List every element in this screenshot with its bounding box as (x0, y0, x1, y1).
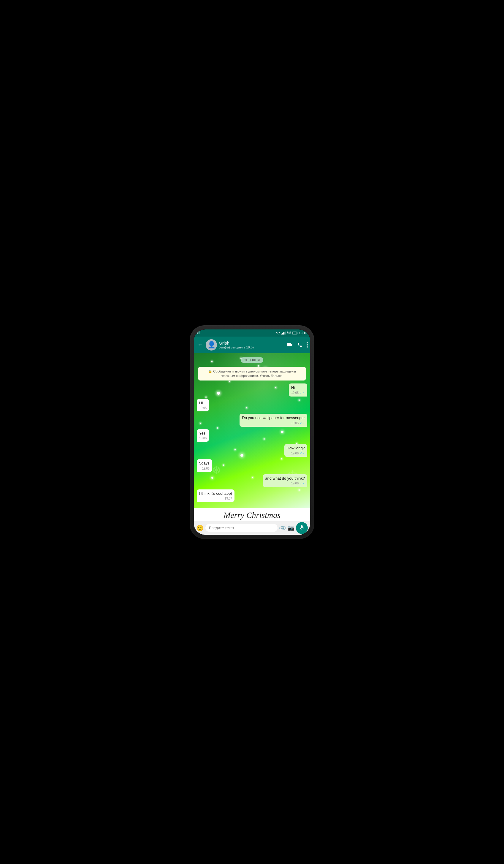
date-badge: СЕГОДНЯ (241, 357, 263, 363)
message-time: 19:06 (291, 452, 299, 456)
read-ticks: ✓✓ (300, 481, 305, 486)
message-row: I think it's cool app) 19:07 (197, 490, 307, 502)
input-area-wrapper: Merry Christmas 🙂 📎 📷 (194, 508, 310, 535)
encryption-text: 🔒 Сообщения и звонки в данном чате тепер… (208, 370, 296, 377)
app-screen: 🖼 (194, 329, 310, 535)
message-bubble-sent: and what do you think? 19:06 ✓✓ (263, 474, 307, 487)
message-row: and what do you think? 19:06 ✓✓ (197, 474, 307, 487)
message-text: Do you use wallpaper for messenger (242, 416, 305, 420)
chat-area: ❄ ❄ СЕГОДНЯ 🔒 Сообщения и звонки в данно… (194, 353, 310, 508)
message-row: Hi 19:05 ✓✓ (197, 383, 307, 397)
message-text: 5days (199, 461, 209, 465)
read-ticks: ✓✓ (300, 391, 305, 395)
svg-rect-7 (293, 332, 293, 334)
attach-button[interactable]: 📎 (278, 523, 287, 532)
message-row: How long? 19:06 ✓✓ (197, 444, 307, 457)
chat-messages: СЕГОДНЯ 🔒 Сообщения и звонки в данном ча… (194, 353, 310, 505)
avatar-icon: 👤 (207, 341, 216, 349)
status-time: 19:10 (299, 331, 307, 335)
message-time: 19:05 (291, 391, 299, 395)
message-bubble-sent: Do you use wallpaper for messenger 19:05… (240, 414, 307, 427)
chat-header: ← 👤 Grish был(-а) сегодня в 19:07 (194, 337, 310, 353)
message-input[interactable] (205, 524, 277, 532)
signal-icon (281, 332, 286, 335)
svg-rect-4 (285, 332, 286, 335)
message-text: Hi (291, 385, 295, 390)
bubble-meta: 19:06 (199, 467, 209, 471)
svg-point-10 (307, 344, 308, 346)
message-bubble-received: Yes 19:06 (197, 429, 209, 442)
message-text: How long? (287, 446, 305, 450)
svg-rect-6 (297, 333, 297, 333)
date-separator: СЕГОДНЯ (196, 357, 308, 363)
mic-icon (300, 525, 304, 531)
bubble-meta: 19:06 (199, 436, 207, 441)
svg-rect-0 (281, 334, 282, 335)
message-time: 19:06 (199, 436, 207, 441)
bubble-meta: 19:06 ✓✓ (265, 481, 305, 486)
svg-rect-8 (287, 343, 291, 346)
svg-point-11 (307, 346, 308, 348)
status-bar-left: 🖼 (197, 331, 200, 335)
phone-device: 🖼 (190, 325, 314, 539)
read-ticks: ✓✓ (300, 421, 305, 425)
contact-status: был(-а) сегодня в 19:07 (219, 346, 285, 349)
contact-name: Grish (219, 340, 285, 346)
wifi-icon (276, 332, 280, 335)
svg-rect-3 (284, 332, 285, 335)
phone-call-icon[interactable] (297, 342, 302, 348)
battery-percent: 8% (287, 331, 291, 335)
camera-button[interactable]: 📷 (288, 525, 294, 531)
message-row: Do you use wallpaper for messenger 19:05… (197, 414, 307, 427)
message-bubble-received: I think it's cool app) 19:07 (197, 490, 235, 502)
encryption-notice: 🔒 Сообщения и звонки в данном чате тепер… (198, 367, 306, 381)
bubble-meta: 19:06 ✓✓ (287, 451, 305, 456)
svg-rect-12 (301, 525, 302, 528)
battery-icon (292, 332, 298, 335)
more-menu-icon[interactable] (307, 342, 308, 348)
message-bubble-received: 5days 19:06 (197, 459, 212, 472)
message-input-row: 🙂 📎 📷 (194, 521, 310, 535)
message-time: 19:07 (225, 496, 232, 501)
message-bubble-sent: How long? 19:06 ✓✓ (284, 444, 307, 457)
mic-button[interactable] (296, 522, 308, 534)
message-text: I think it's cool app) (199, 491, 232, 496)
message-time: 19:06 (202, 467, 209, 471)
message-row: Hi 19:05 (197, 399, 307, 411)
message-bubble-sent: Hi 19:05 ✓✓ (289, 383, 307, 397)
bubble-meta: 19:05 ✓✓ (291, 391, 305, 395)
merry-christmas-banner: Merry Christmas (194, 508, 310, 521)
back-button[interactable]: ← (196, 340, 204, 349)
status-bar: 🖼 (194, 329, 310, 337)
svg-point-9 (307, 342, 308, 344)
svg-rect-1 (282, 333, 283, 335)
bubble-meta: 19:05 ✓✓ (242, 421, 305, 425)
message-row: 5days 19:06 (197, 459, 307, 472)
merry-christmas-text: Merry Christmas (224, 511, 280, 520)
notification-icon: 🖼 (197, 331, 200, 335)
emoji-button[interactable]: 🙂 (196, 525, 204, 531)
message-text: Hi (199, 401, 203, 405)
message-time: 19:06 (291, 481, 299, 485)
contact-info: Grish был(-а) сегодня в 19:07 (219, 340, 285, 349)
message-bubble-received: Hi 19:05 (197, 399, 209, 411)
message-text: and what do you think? (265, 476, 305, 481)
avatar: 👤 (206, 339, 217, 350)
message-time: 19:05 (199, 406, 207, 410)
header-actions (287, 342, 308, 348)
message-text: Yes (199, 431, 205, 435)
message-time: 19:05 (291, 421, 299, 425)
svg-rect-2 (283, 333, 284, 335)
phone-screen: 🖼 (194, 329, 310, 535)
bubble-meta: 19:05 (199, 406, 207, 410)
status-bar-right: 8% 19:10 (276, 331, 307, 335)
read-ticks: ✓✓ (300, 451, 305, 456)
video-call-icon[interactable] (287, 343, 293, 347)
bubble-meta: 19:07 (199, 496, 232, 501)
message-row: Yes 19:06 (197, 429, 307, 442)
